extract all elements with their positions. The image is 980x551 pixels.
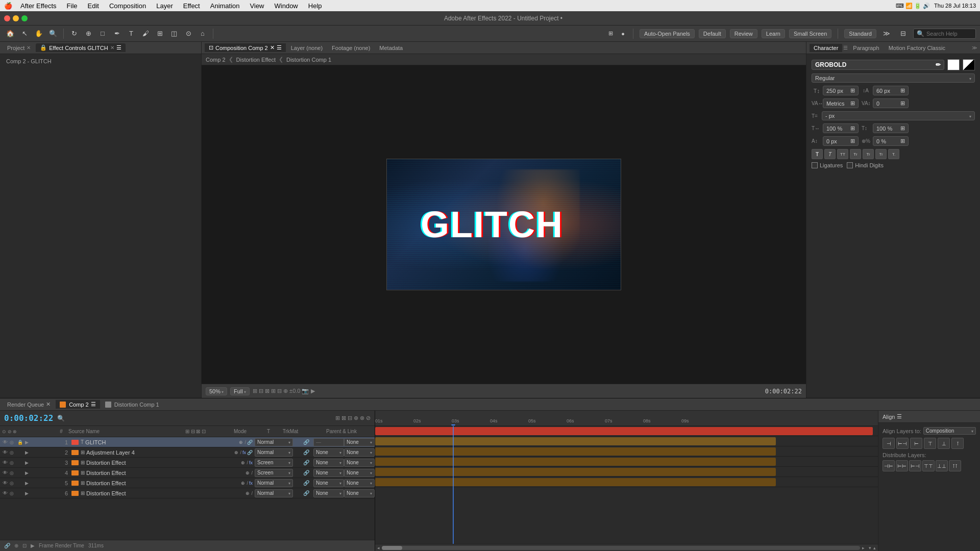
- scale-v-spinner[interactable]: ⊞: [900, 125, 905, 132]
- dist-right[interactable]: ⊢⊣: [909, 460, 921, 471]
- scroll-track[interactable]: [382, 546, 860, 550]
- dist-left[interactable]: ⊣⊢: [883, 460, 895, 471]
- layer-1-motion-icon[interactable]: ⊕: [238, 440, 243, 445]
- layer-2-mode[interactable]: Normal: [255, 448, 293, 457]
- layer-4-trkmat[interactable]: None: [313, 469, 344, 477]
- menu-composition[interactable]: Composition: [107, 2, 148, 10]
- workspace-options[interactable]: ≫: [880, 28, 893, 40]
- metrics-spinner[interactable]: ⊞: [850, 100, 855, 107]
- text-tool[interactable]: T: [125, 28, 137, 40]
- preview-icon[interactable]: ▶: [31, 543, 35, 548]
- layer-5-parent[interactable]: None: [344, 479, 375, 487]
- search-layers-icon[interactable]: 🔍: [57, 415, 65, 422]
- layer-4-mode[interactable]: Screen: [255, 469, 293, 477]
- font-name-dropdown[interactable]: GROBOLD ✏: [812, 60, 944, 70]
- nav-distortion-effect[interactable]: Distortion Effect: [236, 57, 276, 63]
- comp2-tab-menu[interactable]: ☰: [91, 401, 96, 408]
- layer-3-visibility[interactable]: 👁: [1, 460, 9, 465]
- layer-1-expand[interactable]: ▶: [25, 440, 32, 445]
- menu-view[interactable]: View: [248, 2, 266, 10]
- search-box[interactable]: 🔍: [913, 29, 976, 39]
- layer-3-slash[interactable]: /: [247, 460, 248, 465]
- layer-6-solo[interactable]: ◎: [10, 491, 17, 496]
- dist-center-v[interactable]: ⊥⊥: [936, 460, 948, 471]
- layer-6-mode[interactable]: Normal: [255, 489, 293, 497]
- close-button[interactable]: [4, 15, 10, 21]
- dist-bottom[interactable]: ⊺⊺: [949, 460, 961, 471]
- scale-h-spinner[interactable]: ⊞: [850, 125, 855, 132]
- tab-effect-controls[interactable]: 🔒 Effect Controls GLITCH ✕ ☰: [36, 43, 125, 52]
- layer-4-parent[interactable]: None: [344, 469, 375, 477]
- menu-animation[interactable]: Animation: [208, 2, 242, 10]
- layer-5-expand[interactable]: ▶: [25, 481, 32, 486]
- tracking-box[interactable]: 0 ⊞: [873, 98, 909, 108]
- font-edit-icon[interactable]: ✏: [936, 61, 941, 68]
- menu-file[interactable]: File: [65, 2, 80, 10]
- layer-3-parent[interactable]: None: [344, 459, 375, 467]
- menu-layer[interactable]: Layer: [154, 2, 175, 10]
- layer-6-parent[interactable]: None: [344, 489, 375, 497]
- tab-composition-comp2[interactable]: ⊡ Composition Comp 2 ✕ ☰: [205, 43, 286, 52]
- timeline-scrollbar[interactable]: ◂ ▸ ▾ ▴: [375, 544, 878, 551]
- timecode-display[interactable]: 0:00:02:22: [4, 413, 53, 423]
- select-tool[interactable]: ↖: [18, 28, 31, 40]
- tab-project[interactable]: Project ✕: [3, 44, 35, 52]
- layer-1-link-icon[interactable]: 🔗: [303, 439, 311, 445]
- hand-tool[interactable]: ✋: [33, 28, 45, 40]
- layer-2-slash[interactable]: /: [240, 450, 241, 455]
- zoom-tool[interactable]: 🔍: [47, 28, 59, 40]
- menu-edit[interactable]: Edit: [86, 2, 101, 10]
- dist-center-h[interactable]: ⊢⊢: [896, 460, 908, 471]
- project-tab-close[interactable]: ✕: [27, 45, 31, 51]
- format-sub[interactable]: Tr: [875, 149, 887, 159]
- font-color-swatch[interactable]: [947, 59, 960, 70]
- align-to-dropdown[interactable]: Composition: [923, 427, 976, 435]
- layer-1-parent[interactable]: None: [344, 438, 375, 446]
- font-size-box[interactable]: 250 px ⊞: [823, 86, 859, 95]
- tracking-spinner[interactable]: ⊞: [900, 100, 905, 107]
- nav-distortion-comp1[interactable]: Distortion Comp 1: [286, 57, 331, 63]
- comp-tab-menu[interactable]: ☰: [277, 44, 282, 51]
- right-panel-expand[interactable]: ≫: [972, 45, 977, 51]
- search-input[interactable]: [926, 31, 972, 37]
- comp-tab-close[interactable]: ✕: [270, 44, 275, 51]
- line-spacing-box[interactable]: 60 px ⊞: [873, 86, 909, 95]
- layer-6-trkmat[interactable]: None: [313, 489, 344, 497]
- format-allcaps[interactable]: TT: [837, 149, 848, 159]
- tracking-unit-dropdown[interactable]: - px: [822, 111, 975, 120]
- layer-row-6[interactable]: 👁 ◎ ▶ 6 ⊞ Distortion Effect ⊕ / Normal: [0, 488, 375, 498]
- layer-5-motion-icon[interactable]: ⊕: [240, 481, 246, 486]
- format-smallcaps[interactable]: Tr: [850, 149, 861, 159]
- hindi-cb-box[interactable]: [847, 162, 853, 168]
- layer-1-link[interactable]: 🔗: [247, 440, 253, 445]
- font-size-spinner[interactable]: ⊞: [850, 87, 855, 94]
- quality-dropdown[interactable]: Full: [230, 387, 250, 395]
- baseline-spinner[interactable]: ⊞: [850, 138, 855, 144]
- layer-6-link-icon[interactable]: 🔗: [303, 490, 311, 496]
- align-center-h[interactable]: ⊢⊣: [896, 438, 909, 449]
- tab-motion-factory[interactable]: Motion Factory Classic: [885, 44, 949, 52]
- layer-3-link-icon[interactable]: 🔗: [303, 460, 311, 465]
- tab-metadata[interactable]: Metadata: [375, 44, 407, 52]
- metrics-dropdown[interactable]: Metrics ⊞: [823, 98, 859, 108]
- motion-blur[interactable]: ●: [619, 28, 627, 40]
- layer-4-motion-icon[interactable]: ⊕: [245, 470, 250, 475]
- tab-comp2[interactable]: Comp 2 ☰: [56, 400, 100, 409]
- pen-tool[interactable]: ✒: [111, 28, 123, 40]
- tab-distortion-comp1[interactable]: Distortion Comp 1: [101, 400, 163, 409]
- workspace-auto-open[interactable]: Auto-Open Panels: [640, 29, 695, 38]
- layer-3-trkmat[interactable]: None: [313, 459, 344, 467]
- layer-6-expand[interactable]: ▶: [25, 491, 32, 496]
- scroll-zoom-out[interactable]: ▾: [869, 545, 871, 550]
- layer-1-solo[interactable]: ◎: [10, 440, 17, 445]
- tab-paragraph[interactable]: Paragraph: [849, 44, 883, 52]
- align-center-v[interactable]: ⊥: [938, 438, 950, 449]
- layer-5-fx[interactable]: fx: [249, 481, 253, 486]
- scroll-zoom-in[interactable]: ▴: [873, 545, 876, 550]
- layer-3-mode[interactable]: Screen: [255, 459, 293, 467]
- layer-3-motion-icon[interactable]: ⊕: [240, 460, 246, 465]
- layer-5-visibility[interactable]: 👁: [1, 480, 9, 486]
- camera-tool[interactable]: ⊕: [82, 28, 94, 40]
- baseline-box[interactable]: 0 px ⊞: [823, 136, 859, 146]
- layer-3-solo[interactable]: ◎: [10, 460, 17, 465]
